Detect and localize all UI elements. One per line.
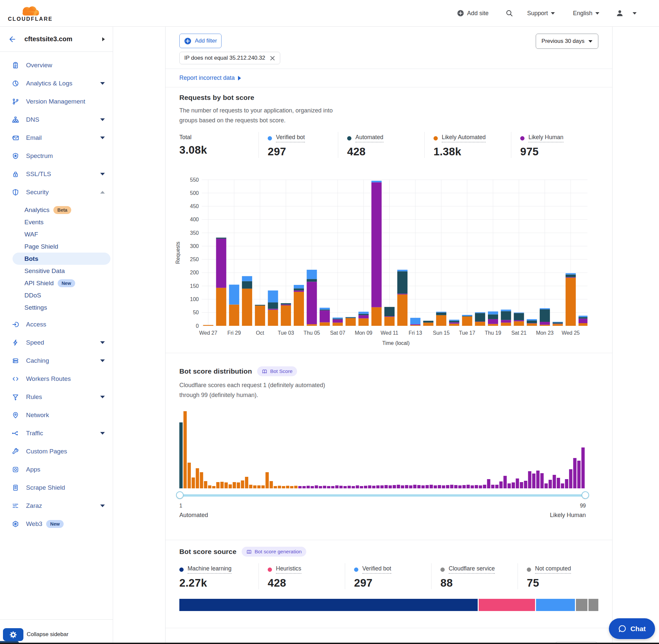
site-selector: cftestsite3.com	[0, 27, 113, 52]
slider-track[interactable]	[180, 494, 586, 497]
svg-text:50: 50	[193, 309, 199, 315]
svg-text:Thu 05: Thu 05	[304, 330, 320, 336]
add-site-button[interactable]: Add site	[457, 9, 489, 17]
sidebar-item-access[interactable]: Access	[0, 315, 113, 334]
sidebar-item-spectrum[interactable]: Spectrum	[0, 147, 113, 165]
time-range-dropdown[interactable]: Previous 30 days	[536, 33, 598, 49]
legend-dot	[347, 136, 351, 140]
plus-circle-icon	[184, 37, 191, 45]
collapse-sidebar-label[interactable]: Collapse sidebar	[27, 631, 69, 638]
dns-icon	[12, 116, 20, 124]
sidebar-item-ssl-tls[interactable]: SSL/TLS	[0, 165, 113, 183]
source-section: Bot score source Bot score generation Ma…	[165, 540, 612, 611]
sidebar-item-zaraz[interactable]: Zaraz	[0, 497, 113, 515]
requests-stats: Total 3.08kVerified bot 297Automated 428…	[179, 132, 598, 158]
sidebar-item-overview[interactable]: Overview	[0, 56, 113, 74]
stat-value: 428	[347, 145, 424, 158]
chevron-down-icon	[100, 360, 105, 362]
sidebar-nav: OverviewAnalytics & LogsVersion Manageme…	[0, 52, 113, 619]
chevron-right-icon[interactable]	[101, 37, 105, 42]
apps-icon	[12, 466, 20, 474]
sidebar-subitem-sensitive-data[interactable]: Sensitive Data	[0, 265, 113, 277]
legend-dot	[433, 136, 438, 140]
sidebar-item-traffic[interactable]: Traffic	[0, 424, 113, 442]
chevron-down-icon	[100, 118, 105, 121]
filter-bar: Add filter Previous 30 days IP does not …	[165, 27, 612, 69]
cloudflare-logo[interactable]: CLOUDFLARE	[7, 4, 53, 22]
spectrum-icon	[12, 152, 20, 160]
bot-score-badge[interactable]: Bot Score	[257, 366, 297, 376]
sidebar-item-rules[interactable]: Rules	[0, 388, 113, 406]
svg-text:Fri 29: Fri 29	[228, 330, 241, 336]
svg-text:Mon 09: Mon 09	[355, 330, 372, 336]
source-segment-not-computed	[588, 599, 598, 611]
security-icon	[12, 188, 20, 196]
sidebar-subitem-waf[interactable]: WAF	[0, 228, 113, 240]
network-icon	[12, 411, 20, 419]
svg-text:550: 550	[190, 177, 199, 183]
sidebar-item-apps[interactable]: Apps	[0, 460, 113, 479]
svg-text:Time (local): Time (local)	[382, 340, 410, 346]
sidebar-item-network[interactable]: Network	[0, 406, 113, 424]
sidebar-subitem-bots[interactable]: Bots	[13, 253, 111, 265]
slider-handle-min[interactable]	[176, 491, 184, 499]
chevron-down-icon	[595, 12, 599, 15]
language-menu[interactable]: English	[573, 10, 599, 17]
legend-dot	[179, 568, 184, 572]
add-filter-button[interactable]: Add filter	[179, 33, 221, 48]
sidebar-item-web3[interactable]: Web3New	[0, 515, 113, 533]
book-icon	[246, 549, 252, 555]
svg-text:300: 300	[190, 243, 199, 249]
svg-text:0: 0	[196, 323, 199, 329]
stat-heuristics: Heuristics 428	[258, 563, 345, 589]
support-menu[interactable]: Support	[527, 10, 555, 17]
sidebar-item-analytics-logs[interactable]: Analytics & Logs	[0, 74, 113, 92]
search-icon[interactable]	[505, 9, 513, 17]
report-incorrect-data-link[interactable]: Report incorrect data	[179, 74, 241, 82]
sidebar-subitem-analytics[interactable]: AnalyticsBeta	[0, 204, 113, 216]
back-arrow-icon[interactable]	[8, 35, 17, 44]
chat-button[interactable]: Chat	[609, 618, 655, 639]
collapse-sidebar: Collapse sidebar	[0, 619, 113, 644]
sidebar-subitem-page-shield[interactable]: Page Shield	[0, 240, 113, 253]
chevron-down-icon	[633, 12, 637, 15]
bot-score-generation-badge[interactable]: Bot score generation	[242, 547, 306, 557]
slider-max-value: 99	[580, 503, 586, 509]
svg-text:200: 200	[190, 270, 199, 275]
svg-text:150: 150	[190, 283, 199, 289]
chat-bubble-icon	[618, 624, 627, 633]
slider-left-label: Automated	[179, 512, 208, 519]
sidebar-item-security[interactable]: Security	[0, 183, 113, 201]
sidebar-item-email[interactable]: Email	[0, 129, 113, 147]
stat-not-computed: Not computed 75	[518, 563, 598, 589]
sidebar-item-workers-routes[interactable]: Workers Routes	[0, 370, 113, 388]
stat-total: Total 3.08k	[179, 132, 258, 158]
sidebar-subitem-events[interactable]: Events	[0, 216, 113, 228]
close-icon[interactable]	[270, 55, 275, 61]
filter-chip[interactable]: IP does not equal 35.212.240.32	[179, 52, 280, 64]
zaraz-icon	[12, 502, 20, 510]
plus-circle-icon	[457, 9, 464, 17]
svg-text:Tue 17: Tue 17	[459, 330, 475, 336]
requests-section: Requests by bot score The number of requ…	[165, 87, 612, 351]
workers-icon	[12, 375, 20, 383]
sidebar: cftestsite3.com OverviewAnalytics & Logs…	[0, 27, 113, 644]
beta-badge: Beta	[53, 206, 71, 214]
slider-handle-max[interactable]	[582, 491, 589, 499]
settings-gear-button[interactable]	[3, 628, 23, 641]
sidebar-item-speed[interactable]: Speed	[0, 334, 113, 351]
chevron-down-icon	[100, 396, 105, 398]
caching-icon	[12, 357, 20, 365]
sidebar-item-custom-pages[interactable]: Custom Pages	[0, 442, 113, 460]
sidebar-item-caching[interactable]: Caching	[0, 351, 113, 370]
sidebar-subitem-settings[interactable]: Settings	[0, 301, 113, 314]
svg-text:400: 400	[190, 217, 199, 222]
sidebar-item-version-management[interactable]: Version Management	[0, 92, 113, 111]
sidebar-subitem-api-shield[interactable]: API ShieldNew	[0, 277, 113, 289]
sidebar-item-dns[interactable]: DNS	[0, 111, 113, 129]
sidebar-subitem-ddos[interactable]: DDoS	[0, 289, 113, 301]
svg-text:Mon 23: Mon 23	[536, 330, 554, 336]
sidebar-item-scrape-shield[interactable]: Scrape Shield	[0, 479, 113, 497]
section-description: Cloudflare scores each request 1 (defini…	[179, 380, 336, 400]
account-menu[interactable]	[615, 9, 637, 18]
